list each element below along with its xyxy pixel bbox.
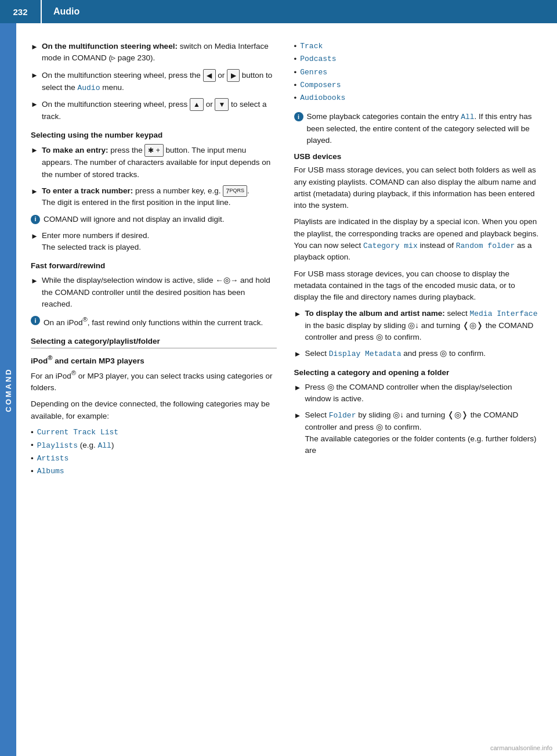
- bold-label-r1: To display the album and artist name:: [305, 309, 444, 318]
- key-left: ◀: [203, 69, 216, 82]
- arrow-symbol-r1: ►: [294, 308, 302, 343]
- arrow-item-2: ► On the multifunction steering wheel, p…: [31, 69, 277, 94]
- track-text: Track: [300, 41, 323, 52]
- bullet-dot-1: •: [31, 427, 34, 438]
- right-category-list: • Track • Podcasts • Genres • Composers …: [294, 41, 540, 104]
- podcasts-text: Podcasts: [300, 53, 336, 65]
- list-item-audiobooks: • Audiobooks: [294, 92, 540, 104]
- right-column: • Track • Podcasts • Genres • Composers …: [294, 41, 540, 739]
- arrow-symbol-r2: ►: [294, 348, 302, 360]
- subsection-heading-ipod: iPod® and certain MP3 players: [31, 354, 277, 365]
- arrow-content-7: While the display/selection window is ac…: [42, 275, 277, 310]
- section-heading-category: Selecting a category/playlist/folder: [31, 337, 277, 348]
- current-track-list: Current Track List: [37, 427, 118, 438]
- page-layout: COMAND ► On the multifunction steering w…: [0, 23, 557, 756]
- arrow-content-r1: To display the album and artist name: se…: [305, 308, 540, 343]
- arrow-symbol-3: ►: [31, 99, 38, 123]
- arrow-symbol-r4: ►: [294, 410, 302, 456]
- all-text-1: All: [97, 441, 111, 450]
- mono-audio: Audio: [77, 84, 100, 92]
- media-interface-text: Media Interface: [469, 309, 537, 318]
- arrow-item-r1: ► To display the album and artist name: …: [294, 308, 540, 343]
- info-item-2: i On an iPod®, fast rewind only function…: [31, 315, 277, 329]
- folder-text: Folder: [329, 411, 356, 420]
- watermark: carmanualsonline.info: [490, 744, 552, 751]
- info-icon-r1: i: [294, 112, 303, 121]
- arrow-symbol-7: ►: [31, 275, 38, 310]
- bullet-dot-r4: •: [294, 80, 297, 91]
- key-star: ✱ +: [144, 144, 163, 157]
- info-icon-2: i: [31, 316, 40, 325]
- para-usb-1: For USB mass storage devices, you can se…: [294, 164, 540, 211]
- header-title: Audio: [42, 6, 79, 17]
- arrow-item-1: ► On the multifunction steering wheel: s…: [31, 41, 277, 64]
- info-item-r1: i Some playback categories contain the e…: [294, 111, 540, 146]
- arrow-symbol-r3: ►: [294, 382, 302, 405]
- arrow-item-7: ► While the display/selection window is …: [31, 275, 277, 310]
- arrow-item-5: ► To enter a track number: press a numbe…: [31, 185, 277, 209]
- arrow-content-r2: Select Display Metadata and press ◎ to c…: [305, 348, 540, 360]
- all-text-2: All: [461, 113, 474, 121]
- section-heading-ffrew: Fast forward/rewind: [31, 261, 277, 270]
- list-item-playlists: • Playlists (e.g. All): [31, 440, 277, 452]
- arrow-item-6: ► Enter more numbers if desired.The sele…: [31, 230, 277, 254]
- arrow-item-r4: ► Select Folder by sliding ◎↓ and turnin…: [294, 409, 540, 456]
- left-column: ► On the multifunction steering wheel: s…: [31, 41, 277, 739]
- info-content-2: On an iPod®, fast rewind only functions …: [44, 315, 277, 329]
- arrow-item-3: ► On the multifunction steering wheel, p…: [31, 98, 277, 123]
- bullet-dot-r1: •: [294, 41, 297, 52]
- key-up: ▲: [190, 98, 204, 111]
- bold-label-1: On the multifunction steering wheel:: [42, 42, 178, 51]
- list-item-albums: • Albums: [31, 466, 277, 477]
- bullet-dot-r2: •: [294, 53, 297, 65]
- category-list: • Current Track List • Playlists (e.g. A…: [31, 427, 277, 477]
- arrow-content-3: On the multifunction steering wheel, pre…: [42, 98, 277, 123]
- info-content-r1: Some playback categories contain the ent…: [307, 111, 540, 146]
- list-item-artists: • Artists: [31, 453, 277, 465]
- bullet-dot-3: •: [31, 453, 34, 465]
- para-usb-3: For USB mass storage devices, you can ch…: [294, 268, 540, 304]
- info-item-1: i COMAND will ignore and not display an …: [31, 214, 277, 225]
- main-content: ► On the multifunction steering wheel: s…: [16, 23, 557, 756]
- key-down: ▼: [215, 98, 229, 111]
- info-content-1: COMAND will ignore and not display an in…: [44, 214, 277, 225]
- info-icon-1: i: [31, 215, 40, 224]
- random-folder-text: Random folder: [456, 242, 515, 250]
- arrow-item-r3: ► Press ◎ the COMAND controller when the…: [294, 381, 540, 405]
- artists-text: Artists: [37, 453, 69, 465]
- para-ipod-1: For an iPod® or MP3 player, you can sele…: [31, 368, 277, 394]
- display-metadata-text: Display Metadata: [329, 350, 402, 358]
- arrow-symbol-6: ►: [31, 231, 38, 254]
- side-label-container: COMAND: [0, 23, 16, 756]
- arrow-content-6: Enter more numbers if desired.The select…: [42, 230, 277, 254]
- category-mix-text: Category mix: [363, 242, 418, 250]
- subsection-heading-usb: USB devices: [294, 152, 540, 161]
- arrow-content-1: On the multifunction steering wheel: swi…: [42, 41, 277, 64]
- side-label: COMAND: [4, 368, 13, 412]
- header-bar: 232 Audio: [0, 0, 557, 23]
- key-right: ▶: [227, 69, 240, 82]
- genres-text: Genres: [300, 67, 327, 78]
- list-item-composers: • Composers: [294, 80, 540, 91]
- bold-label-4: To make an entry:: [42, 146, 108, 154]
- arrow-symbol-2: ►: [31, 70, 38, 94]
- list-item-podcasts: • Podcasts: [294, 53, 540, 65]
- bullet-dot-2: •: [31, 440, 34, 452]
- para-ipod-2: Depending on the device connected, the f…: [31, 398, 277, 422]
- bullet-dot-4: •: [31, 466, 34, 477]
- arrow-symbol-1: ►: [31, 41, 38, 64]
- page-number: 232: [0, 0, 41, 23]
- list-item-current-track: • Current Track List: [31, 427, 277, 438]
- arrow-content-r3: Press ◎ the COMAND controller when the d…: [305, 381, 540, 405]
- section-heading-folder: Selecting a category and opening a folde…: [294, 368, 540, 377]
- composers-text: Composers: [300, 80, 341, 91]
- arrow-content-2: On the multifunction steering wheel, pre…: [42, 69, 277, 94]
- arrow-item-r2: ► Select Display Metadata and press ◎ to…: [294, 348, 540, 360]
- audiobooks-text: Audiobooks: [300, 92, 345, 104]
- playlists-text: Playlists: [37, 441, 78, 450]
- arrow-content-4: To make an entry: press the ✱ + button. …: [42, 144, 277, 181]
- key-7: 7PQRS: [223, 185, 247, 197]
- arrow-symbol-4: ►: [31, 145, 38, 181]
- para-usb-2: Playlists are indicated in the display b…: [294, 216, 540, 263]
- section-heading-keypad: Selecting using the number keypad: [31, 131, 277, 139]
